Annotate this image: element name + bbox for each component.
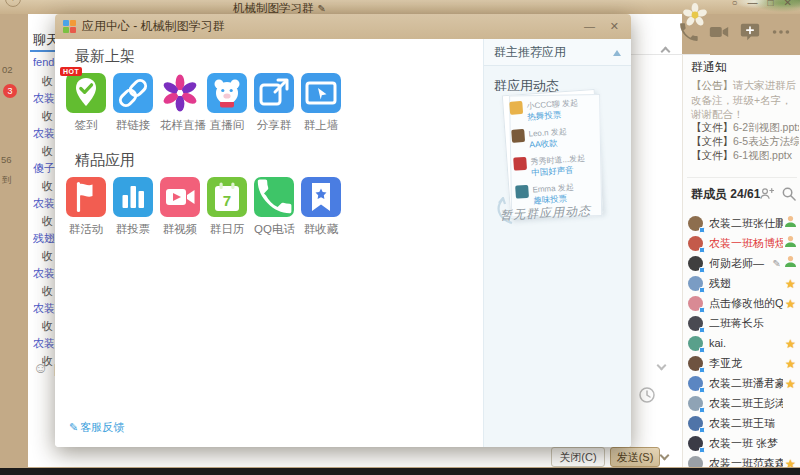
online-device-badge — [699, 307, 705, 313]
avatar — [688, 256, 703, 271]
app-bar-chart[interactable]: 群投票 — [113, 177, 153, 237]
member-row[interactable]: 农装二班潘君豪★ — [683, 373, 800, 393]
member-row[interactable]: 残翅★ — [683, 273, 800, 293]
member-row[interactable]: 农装一班范森森★ — [683, 453, 800, 467]
member-row[interactable]: kai.★ — [683, 333, 800, 353]
scroll-down-icon[interactable] — [657, 361, 667, 371]
members-header: 群成员 24/61 — [691, 186, 760, 203]
app-flower[interactable]: 花样直播 — [160, 73, 200, 133]
divider — [687, 177, 797, 178]
app-bookmark-star[interactable]: 群收藏 — [301, 177, 341, 237]
member-name: 农装一班杨博煜 — [709, 236, 783, 251]
recommend-header[interactable]: 群主推荐应用 — [484, 39, 631, 66]
member-row[interactable]: 点击修改他的QQ★ — [683, 293, 800, 313]
file-name: 6-2剖视图.pptx — [733, 121, 799, 133]
app-label: 直播间 — [207, 118, 247, 133]
member-row[interactable]: 农装二班张仕鹏 — [683, 213, 800, 233]
voice-call-icon[interactable] — [676, 20, 700, 44]
app-label: 群视频 — [160, 222, 200, 237]
calendar-icon: 7 — [207, 177, 247, 217]
app-share-arrow[interactable]: 分享群 — [254, 73, 294, 133]
new-chat-icon[interactable] — [738, 20, 762, 44]
file-item[interactable]: 【文件】6-5表达方法综... — [691, 135, 799, 149]
search-member-icon[interactable] — [781, 186, 796, 201]
group-announcement[interactable]: 【公告】请大家进群后改备注，班级+名字，谢谢配合！ — [691, 78, 797, 122]
flag-icon — [66, 177, 106, 217]
activity-card: 小CCC聊 发起热舞投票Leo.n 发起AA收款秀秀时道...发起中国好声音Em… — [502, 89, 603, 219]
member-name: 点击修改他的QQ — [709, 296, 783, 311]
svg-text:7: 7 — [223, 192, 231, 209]
edit-title-icon[interactable]: ✎ — [318, 3, 326, 14]
hot-badge: HOT — [60, 67, 82, 76]
online-device-badge — [699, 227, 705, 233]
dialog-close-icon[interactable]: ✕ — [610, 14, 619, 39]
online-device-badge — [699, 447, 705, 453]
dialog-minimize-icon[interactable]: — — [584, 14, 595, 39]
member-row[interactable]: 何勋老师—✎ — [683, 253, 800, 273]
file-item[interactable]: 【文件】6-1视图.pptx — [691, 149, 799, 163]
app-bear[interactable]: 直播间 — [207, 73, 247, 133]
maximize-icon[interactable]: □ — [768, 0, 774, 8]
session-text-fragment: 到 — [2, 174, 12, 187]
video-call-icon[interactable] — [707, 20, 731, 44]
app-window: + 机械制图学习群✎ ○ — □ ✕ 02 3 56 到 聊天 fende收农装… — [0, 0, 800, 475]
bar-chart-icon — [113, 177, 153, 217]
member-row[interactable]: 二班蒋长乐 — [683, 313, 800, 333]
app-flag[interactable]: 群活动 — [66, 177, 106, 237]
flower-icon — [160, 73, 200, 113]
recommend-header-label: 群主推荐应用 — [494, 39, 566, 66]
member-name: 农装一班 张梦 — [709, 436, 783, 451]
close-icon[interactable]: ✕ — [784, 0, 792, 8]
online-device-badge — [699, 467, 705, 468]
app-label: QQ电话 — [254, 222, 294, 237]
minimize-icon[interactable]: — — [748, 0, 758, 8]
chain-link-icon — [113, 73, 153, 113]
edit-icon[interactable]: ✎ — [773, 258, 781, 269]
avatar — [688, 216, 703, 231]
member-name: kai. — [709, 337, 783, 349]
star-icon: ★ — [783, 374, 798, 392]
file-item[interactable]: 【文件】6-2剖视图.pptx — [691, 121, 799, 135]
more-icon[interactable] — [769, 20, 793, 44]
phone-icon — [254, 177, 294, 217]
member-name: 李亚龙 — [709, 356, 783, 371]
avatar — [511, 129, 525, 143]
app-row-new: HOT签到群链接花样直播直播间分享群群上墙 — [66, 73, 341, 133]
member-row[interactable]: 李亚龙★ — [683, 353, 800, 373]
online-device-badge — [699, 367, 705, 373]
app-label: 签到 — [66, 118, 106, 133]
app-label: 群活动 — [66, 222, 106, 237]
app-video-camera[interactable]: 群视频 — [160, 177, 200, 237]
collapse-up-icon[interactable] — [613, 50, 621, 56]
app-label: 花样直播 — [160, 118, 200, 133]
app-phone[interactable]: QQ电话 — [254, 177, 294, 237]
app-center-icon — [63, 20, 76, 33]
message-history-icon[interactable] — [638, 386, 656, 404]
section-title-featured: 精品应用 — [75, 151, 135, 170]
close-chat-button[interactable]: 关闭(C) — [551, 447, 605, 467]
settings-icon[interactable]: ○ — [732, 0, 738, 8]
apps-area: 最新上架 HOT签到群链接花样直播直播间分享群群上墙 精品应用 群活动群投票群视… — [55, 39, 483, 447]
file-prefix: 【文件】 — [691, 135, 733, 147]
group-notice-header: 群通知 — [691, 59, 727, 76]
app-screen-cast[interactable]: 群上墙 — [301, 73, 341, 133]
app-calendar[interactable]: 7群日历 — [207, 177, 247, 237]
feedback-link[interactable]: ✎客服反馈 — [69, 420, 124, 435]
feedback-pen-icon: ✎ — [69, 421, 78, 433]
invite-member-icon[interactable] — [759, 186, 774, 201]
member-row[interactable]: 农装一班 张梦 — [683, 433, 800, 453]
dialog-titlebar[interactable]: 应用中心 - 机械制图学习群 — ✕ — [55, 14, 631, 39]
app-checkin-pin[interactable]: HOT签到 — [66, 73, 106, 133]
empty-activity-note: 暂无群应用动态 — [500, 203, 592, 225]
activity-entry: Leo.n 发起AA收款 — [511, 124, 593, 153]
app-chain-link[interactable]: 群链接 — [113, 73, 153, 133]
member-row[interactable]: 农装二班王彭涛 — [683, 393, 800, 413]
member-row[interactable]: 农装二班王瑞 — [683, 413, 800, 433]
member-row[interactable]: 农装一班杨博煜 — [683, 233, 800, 253]
session-list-strip[interactable]: 02 3 56 到 — [0, 14, 28, 467]
share-arrow-icon — [254, 73, 294, 113]
window-titlebar[interactable] — [0, 0, 800, 14]
bookmark-star-icon — [301, 177, 341, 217]
emoji-button[interactable]: ☺ — [33, 359, 48, 376]
send-button[interactable]: 发送(S) — [610, 447, 660, 467]
